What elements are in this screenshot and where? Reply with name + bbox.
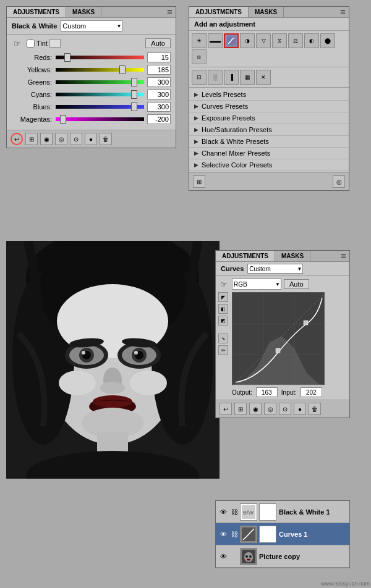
- channel-mixer-presets-item[interactable]: ▶ Channel Mixer Presets: [189, 148, 349, 159]
- tint-cb-input[interactable]: [27, 40, 35, 48]
- layer-eye-curves1[interactable]: 👁: [218, 529, 228, 539]
- layer-eye-picture[interactable]: 👁: [218, 552, 228, 561]
- add-panel-toolbar: ⊞ ◎: [189, 172, 349, 190]
- yellows-thumb[interactable]: [119, 65, 126, 74]
- bw-panel-menu[interactable]: ☰: [164, 7, 176, 17]
- bw-panel: ADJUSTMENTS MASKS ☰ Black & White Custom…: [6, 6, 176, 148]
- channel-dropdown[interactable]: RGB Red Green Blue ▼: [232, 279, 281, 290]
- visibility-icon[interactable]: ◎: [55, 133, 67, 145]
- input-value[interactable]: [301, 387, 322, 397]
- output-value[interactable]: [256, 387, 278, 397]
- tab-adjustments-add[interactable]: ADJUSTMENTS: [189, 7, 249, 17]
- magentas-thumb[interactable]: [60, 115, 66, 124]
- exposure-presets-item[interactable]: ▶ Exposure Presets: [189, 112, 349, 124]
- sample-highlight-tool[interactable]: ◩: [218, 316, 228, 326]
- tint-swatch[interactable]: [49, 39, 61, 48]
- arrow-icon: ▶: [194, 115, 198, 121]
- pin-icon[interactable]: ●: [85, 133, 97, 145]
- auto-button[interactable]: Auto: [145, 38, 171, 48]
- gradient-icon[interactable]: ▦: [240, 70, 255, 85]
- cyans-slider[interactable]: [56, 90, 144, 99]
- curves-icon[interactable]: [224, 33, 239, 48]
- cyans-thumb[interactable]: [131, 90, 137, 99]
- sample-shadow-tool[interactable]: ◤: [218, 292, 228, 302]
- blues-value[interactable]: [147, 102, 171, 112]
- yellows-value[interactable]: [147, 65, 171, 75]
- channelmixer-icon[interactable]: ⧈: [192, 49, 207, 64]
- huesat-presets-item[interactable]: ▶ Hue/Saturation Presets: [189, 124, 349, 136]
- arrow-icon: ▶: [194, 103, 198, 109]
- threshold-icon[interactable]: ▐: [224, 70, 239, 85]
- greens-slider[interactable]: [56, 78, 144, 86]
- tab-adjustments-curves[interactable]: ADJUSTMENTS: [216, 251, 275, 261]
- levels-icon[interactable]: ▬▬: [208, 33, 223, 48]
- adj-icons-row1: ☀ ▬▬ ◑ ▽ ⧖ ⚖ ◐ ⬤ ⧈: [189, 31, 349, 67]
- curves-undo-icon[interactable]: ↩: [220, 403, 232, 415]
- curves-panel-menu[interactable]: ☰: [338, 251, 349, 261]
- smooth-tool[interactable]: ∿: [218, 334, 228, 343]
- tab-masks-curves[interactable]: MASKS: [275, 251, 310, 261]
- photofilter-icon[interactable]: ⬤: [320, 33, 335, 48]
- curves-presets-item[interactable]: ▶ Curves Presets: [189, 101, 349, 112]
- magentas-slider-row: Magentas:: [12, 114, 171, 124]
- greens-value[interactable]: [147, 77, 171, 87]
- curves-hand-tool[interactable]: ☞: [218, 279, 229, 290]
- add-panel-icon2[interactable]: ◎: [333, 175, 345, 188]
- curves-preset-dropdown[interactable]: Custom ▼: [247, 264, 303, 274]
- curves-mask-icon[interactable]: ⊙: [279, 403, 291, 415]
- curves-pin-icon[interactable]: ●: [294, 403, 306, 415]
- bw-presets-item[interactable]: ▶ Black & White Presets: [189, 136, 349, 148]
- magentas-slider[interactable]: [56, 115, 144, 124]
- magentas-value[interactable]: [147, 114, 171, 124]
- curves-visibility-icon[interactable]: ◎: [264, 403, 276, 415]
- layer-bw1[interactable]: 👁 ⛓ B/W Black & White 1: [216, 501, 349, 523]
- add-panel-header: ADJUSTMENTS MASKS ☰: [189, 7, 349, 18]
- mask-icon[interactable]: ⊙: [70, 133, 82, 145]
- curves-auto-button[interactable]: Auto: [284, 279, 309, 289]
- bw-panel-toolbar: ↩ ⊞ ◉ ◎ ⊙ ● 🗑: [7, 130, 176, 148]
- add-new-icon[interactable]: ⊞: [193, 175, 205, 188]
- layer-picture-copy[interactable]: 👁 Picture copy: [216, 545, 349, 568]
- curves-delete-icon[interactable]: 🗑: [309, 403, 321, 415]
- tab-masks-bw[interactable]: MASKS: [66, 7, 101, 17]
- new-layer-icon[interactable]: ⊞: [25, 133, 38, 145]
- curve-canvas[interactable]: [232, 292, 325, 385]
- svg-point-22: [59, 371, 96, 395]
- selectivecolor-icon[interactable]: ✕: [256, 70, 271, 85]
- curves-eye-icon[interactable]: ◉: [249, 403, 262, 415]
- tint-checkbox[interactable]: Tint: [27, 39, 61, 48]
- bw-preset-dropdown[interactable]: Custom ▼: [61, 20, 122, 32]
- yellows-slider[interactable]: [56, 65, 144, 74]
- vibrance-icon[interactable]: ▽: [256, 33, 271, 48]
- sample-mid-tool[interactable]: ◧: [218, 304, 228, 314]
- colorbalance-icon[interactable]: ⚖: [288, 33, 303, 48]
- levels-presets-item[interactable]: ▶ Levels Presets: [189, 89, 349, 101]
- invert-icon[interactable]: ⊡: [192, 70, 207, 85]
- blues-thumb[interactable]: [131, 103, 137, 111]
- exposure-icon[interactable]: ◑: [240, 33, 255, 48]
- tab-adjustments-bw[interactable]: ADJUSTMENTS: [7, 7, 66, 17]
- hand-tool-icon[interactable]: ☞: [12, 38, 23, 49]
- reds-thumb[interactable]: [64, 53, 70, 62]
- tab-masks-add[interactable]: MASKS: [249, 7, 284, 17]
- posterize-icon[interactable]: ░: [208, 70, 223, 85]
- undo-icon[interactable]: ↩: [11, 133, 23, 145]
- bw-icon[interactable]: ◐: [304, 33, 319, 48]
- pencil-tool[interactable]: ✏: [218, 345, 228, 355]
- greens-thumb[interactable]: [131, 78, 137, 86]
- huesat-icon[interactable]: ⧖: [272, 33, 287, 48]
- reds-value[interactable]: [147, 52, 171, 62]
- layer-curves1[interactable]: 👁 ⛓ Curves 1: [216, 523, 349, 545]
- cyans-value[interactable]: [147, 90, 171, 99]
- delete-icon[interactable]: 🗑: [100, 133, 112, 145]
- curves-new-icon[interactable]: ⊞: [234, 403, 247, 415]
- curves-panel-toolbar: ↩ ⊞ ◉ ◎ ⊙ ● 🗑: [216, 400, 349, 418]
- reds-slider[interactable]: [56, 53, 144, 62]
- layer-eye-bw1[interactable]: 👁: [218, 507, 228, 517]
- eye-icon[interactable]: ◉: [40, 133, 53, 145]
- blues-slider[interactable]: [56, 103, 144, 111]
- selective-color-presets-item[interactable]: ▶ Selective Color Presets: [189, 159, 349, 171]
- brightness-icon[interactable]: ☀: [192, 33, 207, 48]
- photo-area: [6, 241, 220, 479]
- add-panel-menu[interactable]: ☰: [337, 7, 349, 17]
